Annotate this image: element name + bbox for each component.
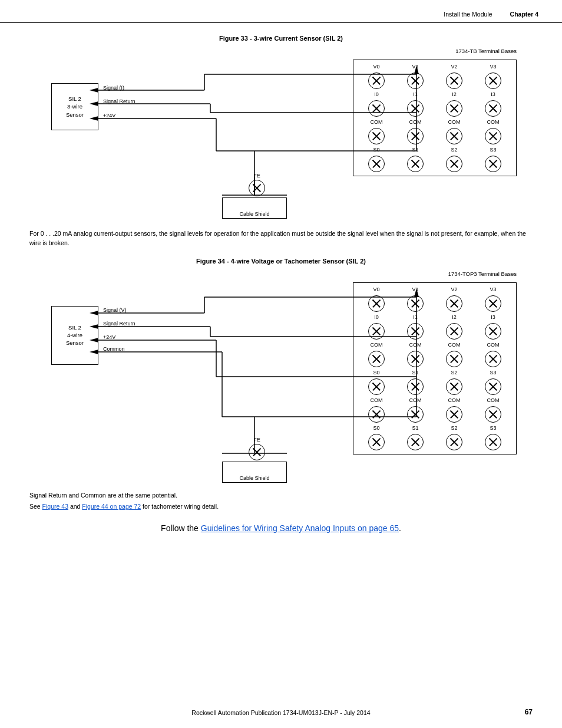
follow-line: Follow the Guidelines for Wiring Safety … <box>29 523 533 533</box>
fig1-col-v1: V1 I1 COM S1 <box>398 64 432 172</box>
screw-i3 <box>485 100 501 117</box>
screw2-s1b <box>407 434 424 450</box>
chapter-number: Chapter 4 <box>510 11 538 18</box>
screw2-com1b <box>407 406 424 423</box>
note1: Signal Return and Common are at the same… <box>29 491 533 500</box>
screw2-s1a <box>407 378 424 395</box>
fig2-col-v1: V1 I1 COM S1 COM S1 <box>398 286 432 450</box>
screw-com0 <box>368 128 385 144</box>
screw2-s3b <box>485 434 501 450</box>
fig2-fe-label: FE <box>249 437 265 462</box>
figure33-title: Figure 33 - 3-wire Current Sensor (SIL 2… <box>29 35 533 42</box>
screw2-i3 <box>485 323 501 340</box>
fig2-terminal-title: 1734-TOP3 Terminal Bases <box>448 271 517 277</box>
paragraph1: For 0 . . .20 mA analog current-output s… <box>29 229 533 248</box>
screw2-s3a <box>485 378 501 395</box>
screw2-i2 <box>446 323 462 340</box>
screw-fe1 <box>249 180 265 196</box>
screw2-s0b <box>368 434 385 450</box>
fig2-wire-24v: +24V <box>103 334 115 340</box>
screw2-s0a <box>368 378 385 395</box>
fig2-col-v2: V2 I2 COM S2 COM S2 <box>437 286 471 450</box>
screw-com3 <box>485 128 501 144</box>
note2-link2[interactable]: Figure 44 on page 72 <box>82 503 141 510</box>
fig2-wire-signal: Signal (V) <box>103 307 127 313</box>
page-content: Figure 33 - 3-wire Current Sensor (SIL 2… <box>0 23 562 551</box>
screw2-v0 <box>368 295 385 312</box>
fig2-cable-shield-box: Cable Shield <box>222 462 287 483</box>
screw2-com3a <box>485 351 501 367</box>
fig1-cable-shield-box: Cable Shield <box>222 197 287 219</box>
wire-label-return: Signal Return <box>103 98 135 104</box>
screw-s2 <box>446 156 462 172</box>
screw2-s2a <box>446 378 462 395</box>
screw-i0 <box>368 100 385 117</box>
page-header: Install the Module Chapter 4 <box>0 0 562 23</box>
fig2-sensor-box: SIL 2 4-wire Sensor <box>51 306 98 365</box>
screw2-v1 <box>407 295 424 312</box>
screw-v1 <box>407 73 424 89</box>
fig1-col-v2: V2 I2 COM S2 <box>437 64 471 172</box>
screw-com1 <box>407 128 424 144</box>
footer-text: Rockwell Automation Publication 1734-UM0… <box>191 709 370 716</box>
screw2-i0 <box>368 323 385 340</box>
fig2-col-v0: V0 I0 COM S0 COM S0 <box>359 286 394 450</box>
screw-s1 <box>407 156 424 172</box>
screw2-com0a <box>368 351 385 367</box>
screw2-com3b <box>485 406 501 423</box>
fig2-wire-return: Signal Return <box>103 321 135 327</box>
screw-i1 <box>407 100 424 117</box>
screw2-com0b <box>368 406 385 423</box>
fig1-col-v0: V0 I0 COM S0 <box>359 64 394 172</box>
screw-v3 <box>485 73 501 89</box>
fig1-sensor-box: SIL 2 3-wire Sensor <box>51 83 98 130</box>
footer: Rockwell Automation Publication 1734-UM0… <box>0 709 562 716</box>
fig1-terminal-title: 1734-TB Terminal Bases <box>455 48 517 54</box>
screw2-com2a <box>446 351 462 367</box>
note2-link1[interactable]: Figure 43 <box>42 503 68 510</box>
figure34-title: Figure 34 - 4-wire Voltage or Tachometer… <box>29 258 533 265</box>
fig2-wire-common: Common <box>103 346 125 352</box>
fig1-terminal-block: V0 I0 COM S0 V1 I1 COM S1 <box>353 60 517 176</box>
fig2-col-v3: V3 I3 COM S3 COM S3 <box>476 286 510 450</box>
screw-com2 <box>446 128 462 144</box>
wire-label-signal: Signal (I) <box>103 85 124 91</box>
screw2-com2b <box>446 406 462 423</box>
fig2-terminal-block: V0 I0 COM S0 COM S0 V1 I1 <box>353 282 517 454</box>
note2: See Figure 43 and Figure 44 on page 72 f… <box>29 502 533 512</box>
fig1-fe-label: FE <box>249 173 265 197</box>
screw-s0 <box>368 156 385 172</box>
figure34-diagram: 1734-TOP3 Terminal Bases SIL 2 4-wire Se… <box>39 271 523 489</box>
screw2-v2 <box>446 295 462 312</box>
screw2-s2b <box>446 434 462 450</box>
screw-v0 <box>368 73 385 89</box>
screw2-v3 <box>485 295 501 312</box>
page-number: 67 <box>525 708 533 716</box>
screw-s3 <box>485 156 501 172</box>
wire-label-24v: +24V <box>103 113 115 118</box>
screw-v2 <box>446 73 462 89</box>
chapter-label: Install the Module <box>444 11 492 18</box>
screw2-i1 <box>407 323 424 340</box>
screw2-com1a <box>407 351 424 367</box>
figure33-diagram: 1734-TB Terminal Bases SIL 2 3-wire Sens… <box>39 48 523 225</box>
screw2-fe <box>249 444 265 460</box>
screw-i2 <box>446 100 462 117</box>
follow-link[interactable]: Guidelines for Wiring Safety Analog Inpu… <box>201 523 399 533</box>
fig1-col-v3: V3 I3 COM S3 <box>476 64 510 172</box>
